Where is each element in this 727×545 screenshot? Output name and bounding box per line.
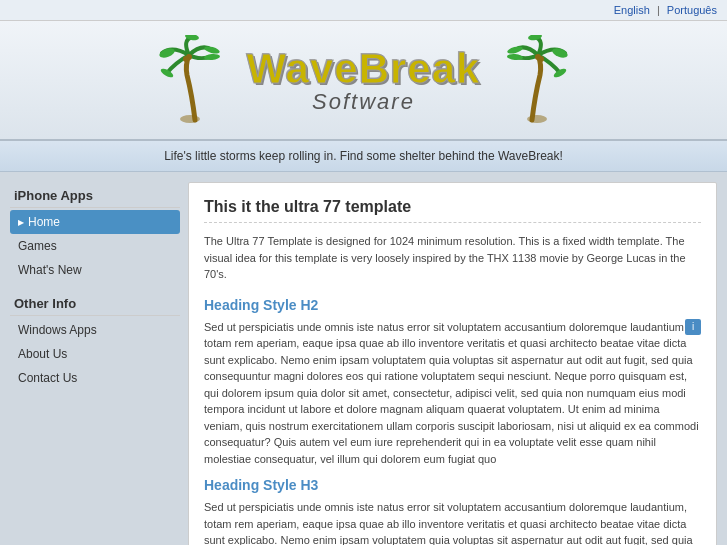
logo-text: WaveBreak Software [247,45,481,115]
sidebar-item-whats-new[interactable]: What's New [10,258,180,282]
info-icon[interactable]: i [685,319,701,335]
content-intro: The Ultra 77 Template is designed for 10… [204,233,701,283]
sidebar-section-iphone: iPhone Apps Home Games What's New [10,182,180,282]
site-title: WaveBreak [247,45,481,93]
svg-point-14 [538,56,544,62]
svg-point-6 [183,56,189,62]
sidebar-iphone-title: iPhone Apps [10,182,180,208]
header-logo: WaveBreak Software [157,35,571,125]
sidebar-other-title: Other Info [10,290,180,316]
content-title: This it the ultra 77 template [204,198,701,223]
sidebar: iPhone Apps Home Games What's New Other … [10,182,180,545]
lang-separator: | [657,4,660,16]
svg-point-15 [527,115,547,123]
heading-h3: Heading Style H3 [204,477,701,493]
palm-tree-left-icon [157,35,237,125]
lang-portuguese[interactable]: Português [667,4,717,16]
sidebar-item-about-us[interactable]: About Us [10,342,180,366]
sidebar-item-games[interactable]: Games [10,234,180,258]
main-wrapper: iPhone Apps Home Games What's New Other … [0,172,727,545]
site-header: WaveBreak Software [0,21,727,141]
svg-point-7 [180,115,200,123]
heading-h2: Heading Style H2 [204,297,701,313]
tagline-bar: Life's little storms keep rolling in. Fi… [0,141,727,172]
content-body-2: Sed ut perspiciatis unde omnis iste natu… [204,499,701,545]
lang-english[interactable]: English [614,4,650,16]
sidebar-item-home[interactable]: Home [10,210,180,234]
sidebar-item-windows-apps[interactable]: Windows Apps [10,318,180,342]
palm-tree-right-icon [490,35,570,125]
language-bar: English | Português [0,0,727,21]
content-body-1: Sed ut perspiciatis unde omnis iste natu… [204,319,701,468]
sidebar-section-other: Other Info Windows Apps About Us Contact… [10,290,180,390]
sidebar-item-contact-us[interactable]: Contact Us [10,366,180,390]
main-content: This it the ultra 77 template The Ultra … [188,182,717,545]
tagline-text: Life's little storms keep rolling in. Fi… [164,149,563,163]
